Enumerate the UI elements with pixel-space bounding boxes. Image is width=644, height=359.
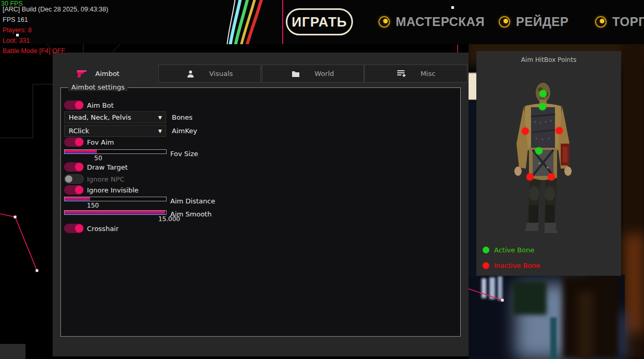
tab-aimbot[interactable]: Aimbot	[68, 65, 157, 83]
coin-icon	[499, 16, 510, 28]
hitbox-panel: Aim HitBox Points	[476, 51, 621, 276]
draw-target-label: Draw Target	[87, 163, 128, 171]
draw-target-toggle-row: Draw Target	[64, 162, 128, 172]
hitbox-point-head[interactable]	[539, 90, 547, 97]
fov-size-slider[interactable]	[64, 149, 167, 154]
chevron-down-icon: ▼	[158, 129, 162, 134]
fov-aim-toggle[interactable]	[64, 137, 84, 147]
ignore-npc-toggle[interactable]	[64, 174, 84, 184]
hud-loot: Loot: 331	[3, 37, 30, 44]
ignore-invisible-toggle-row: Ignore Invisible	[64, 185, 138, 195]
ignore-npc-label: Ignore NPC	[87, 175, 124, 183]
hitbox-dots	[476, 51, 621, 276]
bones-dropdown[interactable]: Head, Neck, Pelvis ▼	[64, 111, 166, 123]
nav-item-label: МАСТЕРСКАЯ	[396, 15, 485, 29]
aimkey-dropdown[interactable]: RClick ▼	[64, 125, 166, 137]
crosshair-toggle[interactable]	[64, 224, 84, 233]
aim-smooth-label: Aim Smooth	[170, 210, 211, 218]
play-button[interactable]: ИГРАТЬ	[286, 8, 353, 35]
active-bone-dot-icon	[483, 247, 489, 253]
group-title: Aimbot settings	[68, 83, 128, 91]
hitbox-point-pelvis[interactable]	[535, 147, 542, 155]
aimbot-toggle-row: Aim Bot	[64, 100, 113, 110]
nav-item-trade[interactable]: ТОРГО	[595, 15, 644, 29]
ignore-npc-toggle-row: Ignore NPC	[64, 174, 124, 184]
coin-icon	[595, 16, 607, 28]
fov-aim-label: Fov Aim	[87, 138, 114, 146]
fov-size-value: 50	[94, 155, 102, 162]
hitbox-point-left-thigh[interactable]	[526, 173, 534, 181]
aim-distance-slider[interactable]	[64, 197, 167, 201]
ignore-invisible-label: Ignore Invisible	[87, 186, 138, 194]
tab-label: Aimbot	[95, 70, 119, 78]
chevron-down-icon: ▼	[158, 115, 162, 120]
hud-battle-mode: Battle Mode [F4] OFF	[3, 47, 65, 55]
tab-label: World	[314, 70, 334, 78]
aimkey-label: AimKey	[172, 127, 197, 135]
tab-label: Misc	[421, 70, 436, 78]
inactive-bone-dot-icon	[483, 262, 489, 269]
crosshair-label: Crosshair	[87, 225, 119, 233]
nav-item-label: ТОРГО	[612, 15, 644, 29]
nav-item-workshop[interactable]: МАСТЕРСКАЯ	[378, 15, 485, 29]
hud-players: Players: 8	[3, 27, 32, 34]
draw-target-toggle[interactable]	[64, 162, 84, 172]
folder-icon	[292, 70, 300, 78]
nav-item-raider[interactable]: РЕЙДЕР	[499, 15, 569, 29]
tab-misc[interactable]: Misc	[364, 65, 468, 83]
hud-fps: FPS 161	[3, 16, 28, 23]
tab-world[interactable]: World	[262, 65, 364, 83]
nav-item-label: РЕЙДЕР	[516, 15, 569, 29]
bones-label: Bones	[172, 113, 193, 121]
cheat-menu-panel: Aimbot Visuals World	[53, 53, 469, 356]
ignore-invisible-toggle[interactable]	[64, 185, 84, 195]
aim-distance-value: 150	[87, 202, 99, 209]
pistol-icon	[77, 70, 87, 78]
hud-build-info: [ARC] Build (Dec 28 2025, 09:43:38)	[3, 6, 108, 13]
aim-distance-label: Aim Distance	[170, 197, 215, 205]
corner-decor	[0, 344, 26, 359]
tab-label: Visuals	[209, 70, 233, 78]
playlist-add-icon	[397, 70, 406, 78]
screen: ИГРАТЬ МАСТЕРСКАЯ РЕЙДЕР ТОРГО	[0, 0, 644, 359]
person-icon	[186, 70, 195, 78]
inactive-bone-label: Inactive Bone	[494, 262, 540, 270]
hitbox-point-neck[interactable]	[539, 103, 546, 110]
fov-size-label: Fov Size	[170, 150, 198, 158]
aim-smooth-slider[interactable]	[64, 210, 167, 215]
bones-dropdown-value: Head, Neck, Pelvis	[69, 113, 131, 121]
hitbox-point-right-thigh[interactable]	[548, 173, 555, 181]
tab-visuals[interactable]: Visuals	[158, 65, 261, 83]
hitbox-point-left-shoulder[interactable]	[522, 127, 529, 135]
hitbox-point-right-shoulder[interactable]	[555, 127, 563, 134]
aim-bot-toggle[interactable]	[64, 100, 84, 110]
coin-icon	[378, 16, 390, 28]
legend-inactive-bone: Inactive Bone	[483, 261, 540, 270]
fov-aim-toggle-row: Fov Aim	[64, 137, 114, 147]
legend-active-bone: Active Bone	[483, 246, 534, 254]
aim-bot-label: Aim Bot	[87, 101, 113, 109]
aimkey-dropdown-value: RClick	[69, 127, 89, 135]
crosshair-toggle-row: Crosshair	[64, 224, 119, 233]
active-bone-label: Active Bone	[494, 246, 534, 254]
